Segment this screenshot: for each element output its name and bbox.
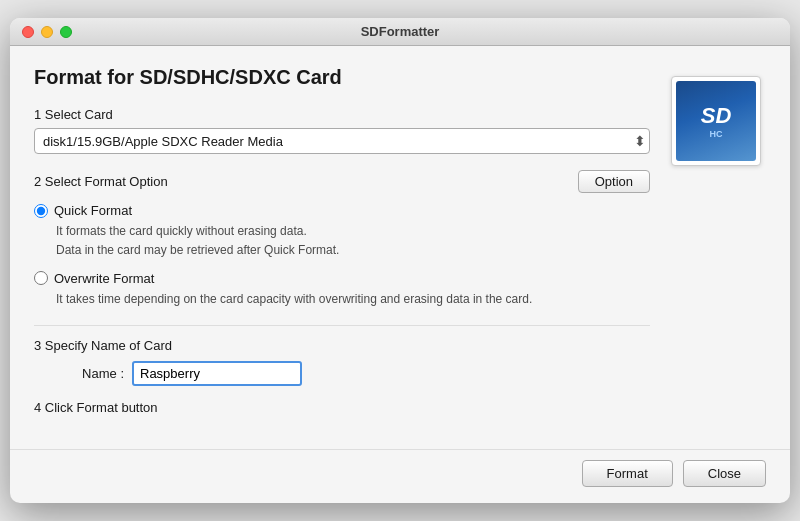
section4-label: 4 Click Format button: [34, 400, 650, 415]
format-button[interactable]: Format: [582, 460, 673, 487]
titlebar: SDFormatter: [10, 18, 790, 46]
sd-logo: SD: [701, 103, 732, 129]
quick-format-desc2: Data in the card may be retrieved after …: [34, 241, 650, 260]
sd-type: HC: [710, 129, 723, 139]
section2-label: 2 Select Format Option: [34, 174, 168, 189]
card-select-wrapper: disk1/15.9GB/Apple SDXC Reader Media ⬍: [34, 128, 650, 154]
option-button[interactable]: Option: [578, 170, 650, 193]
content-area: Format for SD/SDHC/SDXC Card 1 Select Ca…: [10, 46, 790, 449]
quick-format-item: Quick Format It formats the card quickly…: [34, 203, 650, 260]
section1-label: 1 Select Card: [34, 107, 650, 122]
window-title: SDFormatter: [361, 24, 440, 39]
name-field-label: Name :: [74, 366, 124, 381]
close-window-button[interactable]: [22, 26, 34, 38]
quick-format-desc1: It formats the card quickly without eras…: [34, 222, 650, 241]
divider: [34, 325, 650, 326]
left-panel: Format for SD/SDHC/SDXC Card 1 Select Ca…: [34, 66, 650, 429]
overwrite-format-item: Overwrite Format It takes time depending…: [34, 271, 650, 309]
overwrite-format-radio[interactable]: [34, 271, 48, 285]
bottom-buttons: Format Close: [10, 449, 790, 503]
traffic-lights: [22, 26, 72, 38]
right-panel: SD HC: [666, 66, 766, 429]
main-window: SDFormatter Format for SD/SDHC/SDXC Card…: [10, 18, 790, 503]
sd-card-body: SD HC: [676, 81, 756, 161]
quick-format-text: Quick Format: [54, 203, 132, 218]
section3-label: 3 Specify Name of Card Name :: [34, 338, 650, 386]
minimize-window-button[interactable]: [41, 26, 53, 38]
main-layout: Format for SD/SDHC/SDXC Card 1 Select Ca…: [34, 66, 766, 429]
close-button[interactable]: Close: [683, 460, 766, 487]
format-option-group: Quick Format It formats the card quickly…: [34, 203, 650, 309]
card-select[interactable]: disk1/15.9GB/Apple SDXC Reader Media: [34, 128, 650, 154]
section2-header: 2 Select Format Option Option: [34, 170, 650, 193]
overwrite-format-desc: It takes time depending on the card capa…: [34, 290, 650, 309]
name-row: Name :: [34, 361, 650, 386]
card-name-input[interactable]: [132, 361, 302, 386]
quick-format-label[interactable]: Quick Format: [34, 203, 650, 218]
fullscreen-window-button[interactable]: [60, 26, 72, 38]
overwrite-format-text: Overwrite Format: [54, 271, 154, 286]
app-title: Format for SD/SDHC/SDXC Card: [34, 66, 650, 89]
quick-format-radio[interactable]: [34, 204, 48, 218]
overwrite-format-label[interactable]: Overwrite Format: [34, 271, 650, 286]
sd-card-image: SD HC: [671, 76, 761, 166]
